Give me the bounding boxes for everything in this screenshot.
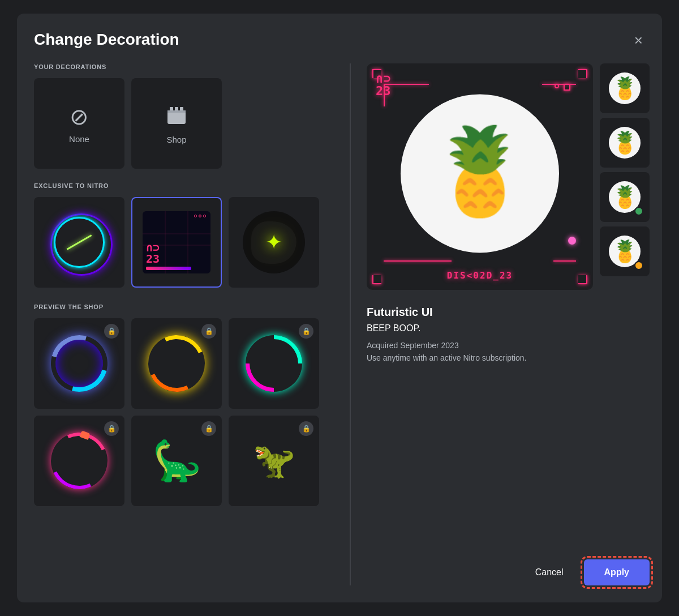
preview-shop-label: PREVIEW THE SHOP: [34, 303, 338, 310]
lock-icon-2: 🔒: [201, 324, 216, 339]
lock-icon-1: 🔒: [104, 324, 119, 339]
modal-body: YOUR DECORATIONS ⊘ None: [34, 63, 645, 585]
none-label: None: [69, 134, 89, 144]
deco-circle-1: [564, 84, 570, 91]
nitro-item-futuristic[interactable]: ∩⊃23: [131, 197, 222, 288]
decoration-tagline: BEEP BOOP.: [367, 323, 650, 333]
decoration-name: Futuristic UI: [367, 306, 650, 319]
lock-icon-6: 🔒: [299, 421, 313, 436]
arc-decoration: [48, 211, 110, 273]
shop-item-blue-ring[interactable]: 🔒: [34, 318, 124, 409]
footer-buttons: Cancel Apply: [367, 542, 650, 585]
nitro-item-star[interactable]: ✦: [229, 197, 319, 288]
apply-button[interactable]: Apply: [584, 559, 650, 585]
cancel-button[interactable]: Cancel: [524, 559, 575, 585]
preview-thumb-1[interactable]: 🍍: [600, 63, 650, 113]
close-button[interactable]: ×: [632, 31, 645, 50]
lock-icon-5: 🔒: [201, 421, 216, 436]
idle-dot-4: [634, 261, 643, 270]
frame-corner-tr: [578, 69, 587, 78]
shop-item-snake-ring[interactable]: 🔒: [34, 416, 124, 506]
nitro-item-arc[interactable]: [34, 197, 124, 288]
exclusive-nitro-label: EXCLUSIVE TO NITRO: [34, 182, 338, 189]
shop-item-dino[interactable]: 🦕 🔒: [131, 416, 222, 506]
preview-thumbnails: 🍍 🍍 🍍: [600, 63, 650, 290]
frame-corner-bl: [372, 275, 381, 284]
decoration-shop[interactable]: Shop: [131, 78, 222, 169]
decoration-acquired: Acquired September 2023 Use anytime with…: [367, 339, 650, 365]
nitro-grid: ∩⊃23 ✦: [34, 197, 338, 288]
your-decorations-grid: ⊘ None Shop: [34, 78, 338, 169]
yellow-ring-decoration: [140, 327, 213, 400]
shop-item-rainbow-ring[interactable]: 🔒: [229, 318, 319, 409]
frame-line-h2: [542, 84, 576, 85]
shop-item-monster[interactable]: 🦖 🔒: [229, 416, 319, 506]
left-panel: YOUR DECORATIONS ⊘ None: [34, 63, 351, 585]
shop-item-yellow-ring[interactable]: 🔒: [131, 318, 222, 409]
preview-thumb-2[interactable]: 🍍: [600, 118, 650, 168]
shop-icon: [164, 102, 189, 130]
right-panel: 🍍 ∩⊃23 DIS<02D_23 🍍: [351, 63, 650, 585]
online-dot-3: [634, 207, 643, 216]
deco-circle-2: [555, 84, 559, 88]
pineapple-emoji: 🍍: [427, 129, 533, 213]
preview-thumb-3[interactable]: 🍍: [600, 172, 650, 222]
shop-label: Shop: [166, 135, 186, 144]
decoration-none[interactable]: ⊘ None: [34, 78, 124, 169]
lock-icon-4: 🔒: [104, 421, 119, 436]
svg-rect-4: [167, 110, 186, 113]
modal-header: Change Decoration ×: [34, 31, 645, 50]
preview-thumb-4[interactable]: 🍍: [600, 226, 650, 276]
preview-bottom-label: DIS<02D_23: [447, 270, 513, 281]
change-decoration-modal: Change Decoration × YOUR DECORATIONS ⊘ N…: [17, 14, 662, 602]
preview-area: 🍍 ∩⊃23 DIS<02D_23 🍍: [367, 63, 650, 290]
none-icon: ⊘: [70, 104, 89, 130]
frame-line-h3: [384, 260, 452, 262]
frame-corner-br: [578, 275, 587, 284]
modal-title: Change Decoration: [34, 31, 179, 49]
star-decoration: ✦: [243, 211, 305, 273]
frame-line-h4: [553, 260, 576, 262]
main-preview: 🍍 ∩⊃23 DIS<02D_23: [367, 63, 593, 290]
decoration-info: Futuristic UI BEEP BOOP. Acquired Septem…: [367, 306, 650, 365]
preview-top-label: ∩⊃23: [376, 72, 391, 97]
lock-icon-3: 🔒: [299, 324, 313, 339]
shop-grid: 🔒 🔒 🔒 🔒: [34, 318, 338, 506]
futuristic-decoration: ∩⊃23: [143, 211, 210, 273]
deco-circle-3: [568, 237, 576, 245]
your-decorations-label: YOUR DECORATIONS: [34, 63, 338, 70]
